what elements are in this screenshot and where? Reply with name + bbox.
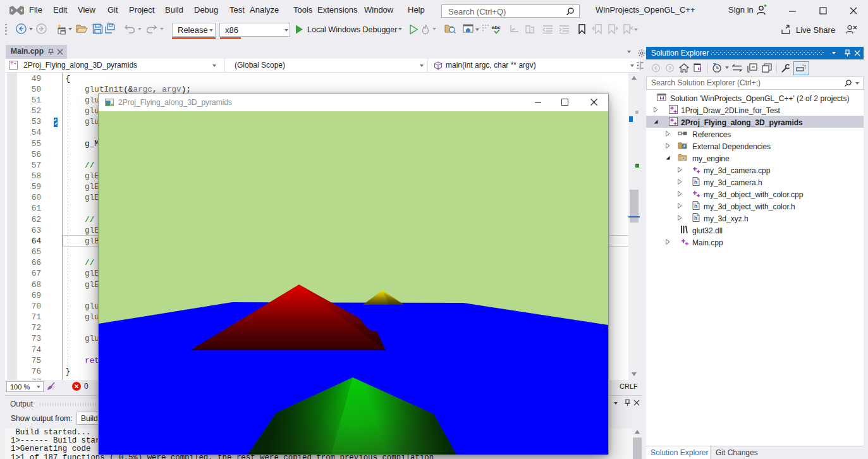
svg-text:h: h (694, 179, 697, 185)
svg-text:h: h (694, 203, 697, 209)
svg-text:abc: abc (492, 25, 501, 30)
svg-text:h: h (694, 215, 697, 221)
